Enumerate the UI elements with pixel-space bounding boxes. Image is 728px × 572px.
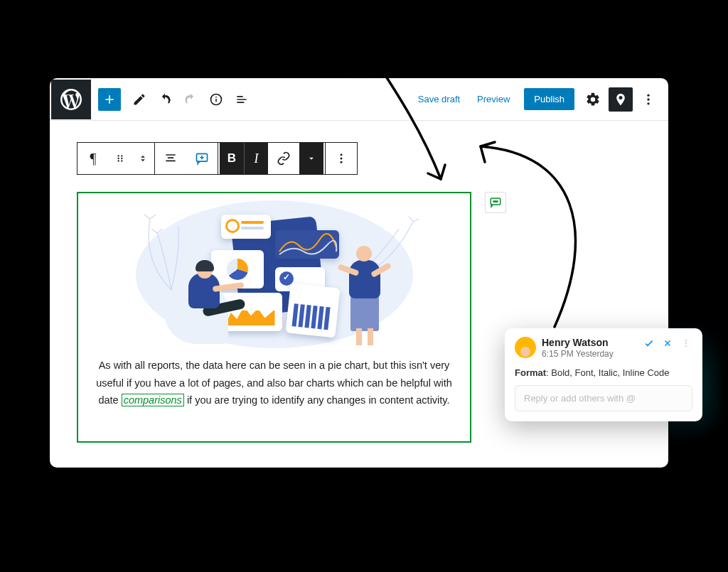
more-menu-button[interactable]	[637, 88, 660, 111]
svg-point-4	[647, 98, 649, 100]
redo-button[interactable]	[179, 88, 202, 111]
annotation-arrow	[327, 0, 469, 199]
comment-card: Henry Watson 6:15 PM Yesterday Format: B…	[505, 328, 702, 421]
comment-body: Format: Bold, Font, Italic, Inline Code	[515, 367, 692, 378]
drag-icon	[115, 153, 125, 163]
undo-icon	[158, 92, 172, 107]
bold-button[interactable]: B	[220, 143, 244, 174]
comment-timestamp: 6:15 PM Yesterday	[542, 349, 614, 359]
content-illustration	[136, 200, 413, 348]
comment-body-label: Format	[515, 367, 546, 378]
paragraph-block-button[interactable]: ¶	[77, 143, 109, 174]
bold-icon: B	[228, 151, 236, 166]
chevrons-vertical-icon	[138, 152, 148, 165]
highlighted-word[interactable]: comparisons	[122, 394, 184, 406]
svg-point-2	[215, 96, 217, 97]
plus-icon	[102, 92, 117, 107]
svg-point-20	[685, 340, 687, 341]
info-button[interactable]	[205, 88, 228, 111]
settings-button[interactable]	[582, 88, 604, 111]
redo-icon	[183, 92, 198, 107]
svg-point-21	[685, 342, 687, 344]
move-block-button[interactable]	[132, 143, 154, 174]
comment-plus-icon	[195, 151, 209, 166]
svg-point-11	[121, 160, 122, 161]
add-block-button[interactable]	[98, 88, 121, 111]
preview-button[interactable]: Preview	[469, 88, 518, 110]
chevron-down-icon	[306, 153, 316, 163]
dismiss-comment-button[interactable]	[661, 337, 674, 350]
info-icon	[209, 92, 223, 107]
block-toolbar: ¶ B I	[77, 142, 357, 175]
plugin-button[interactable]	[609, 87, 633, 112]
svg-point-9	[121, 158, 122, 159]
link-icon	[277, 151, 291, 166]
check-icon	[643, 338, 655, 349]
publish-button[interactable]: Publish	[524, 88, 574, 110]
list-icon	[235, 92, 249, 107]
pilcrow-icon: ¶	[90, 151, 96, 167]
undo-button[interactable]	[154, 88, 176, 111]
svg-point-6	[118, 155, 119, 156]
wordpress-icon	[58, 87, 84, 112]
kebab-icon	[681, 338, 691, 348]
gear-icon	[585, 92, 601, 107]
svg-point-3	[647, 94, 649, 96]
location-pin-icon	[614, 92, 628, 107]
pencil-icon	[132, 92, 146, 107]
align-button[interactable]	[155, 143, 186, 174]
drag-handle[interactable]	[109, 143, 132, 174]
italic-button[interactable]: I	[244, 143, 268, 174]
add-comment-button[interactable]	[186, 143, 218, 174]
svg-point-5	[647, 102, 649, 104]
comment-author: Henry Watson	[542, 337, 614, 348]
wordpress-logo[interactable]	[51, 80, 91, 119]
outline-button[interactable]	[230, 88, 253, 111]
align-center-icon	[164, 151, 178, 166]
selected-paragraph-block[interactable]: As with all reports, the data here can b…	[77, 192, 471, 443]
svg-point-10	[118, 160, 119, 161]
link-button[interactable]	[268, 143, 299, 174]
annotation-arrow	[455, 132, 604, 338]
comment-body-value: : Bold, Font, Italic, Inline Code	[546, 367, 669, 378]
paragraph-text-after: if you are trying to identify any change…	[184, 394, 450, 406]
close-icon	[663, 338, 673, 348]
comment-reply-input[interactable]: Reply or add others with @	[515, 385, 692, 411]
italic-icon: I	[255, 151, 259, 166]
comment-menu-button[interactable]	[680, 337, 692, 350]
svg-point-7	[121, 155, 122, 156]
kebab-icon	[641, 92, 655, 107]
more-formatting-button[interactable]	[299, 143, 323, 174]
svg-point-22	[685, 345, 687, 347]
avatar	[515, 337, 536, 358]
paragraph-text[interactable]: As with all reports, the data here can b…	[78, 352, 470, 418]
resolve-comment-button[interactable]	[643, 337, 655, 350]
svg-point-8	[118, 158, 119, 159]
edit-mode-button[interactable]	[128, 88, 151, 111]
